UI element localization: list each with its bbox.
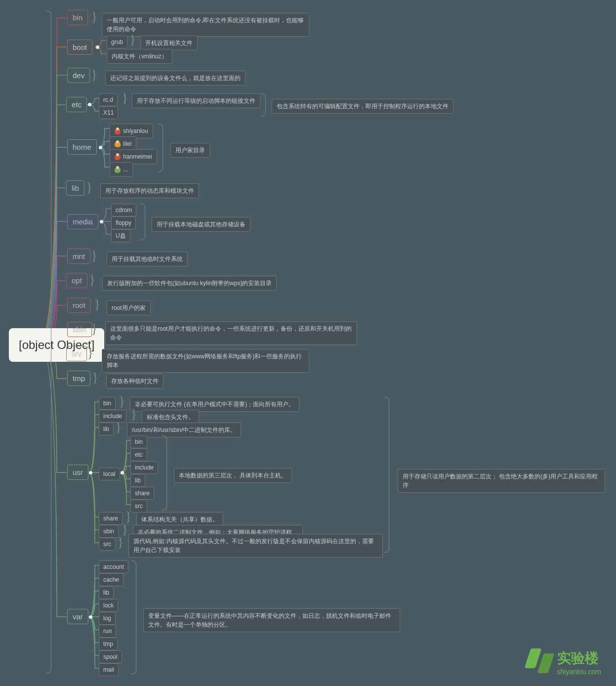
node-usr-local-bin: bin bbox=[130, 435, 147, 448]
node-mnt: mnt bbox=[67, 249, 90, 264]
brace-icon: } bbox=[117, 535, 123, 549]
node-var-account: account bbox=[99, 560, 128, 573]
user-icon bbox=[115, 141, 121, 147]
user-icon bbox=[115, 167, 121, 173]
expand-dot bbox=[89, 471, 92, 474]
brace-icon bbox=[384, 397, 389, 553]
brace-icon: } bbox=[91, 68, 97, 82]
user-name: lilei bbox=[123, 140, 131, 147]
brace-icon: } bbox=[87, 346, 93, 360]
expand-dot bbox=[96, 45, 99, 49]
node-usr-share: share bbox=[99, 512, 123, 525]
node-etc-rcd: rc.d bbox=[99, 93, 118, 106]
node-usr-local-share: share bbox=[130, 487, 154, 500]
node-var-lib: lib bbox=[99, 586, 114, 599]
brace-icon: } bbox=[122, 91, 128, 105]
note-root: root用户的家 bbox=[107, 300, 151, 315]
expand-dot bbox=[100, 220, 103, 223]
node-usr-local-lib: lib bbox=[130, 474, 145, 487]
brace-icon: } bbox=[89, 273, 95, 287]
brace-icon bbox=[131, 560, 136, 674]
node-var-log: log bbox=[99, 612, 116, 625]
node-var-cache: cache bbox=[99, 573, 123, 586]
node-var-tmp: tmp bbox=[99, 638, 118, 650]
note-usr: 用于存储只读用户数据的第二层次； 包含绝大多数的(多)用户工具和应用程序 bbox=[398, 469, 605, 493]
user-icon bbox=[115, 154, 121, 160]
note-home: 用户家目录 bbox=[170, 143, 210, 158]
node-usr-lib: lib bbox=[99, 423, 114, 435]
brace-icon: } bbox=[115, 420, 122, 434]
node-usr-sbin: sbin bbox=[99, 525, 119, 538]
node-var-lock: lock bbox=[99, 599, 118, 612]
node-lib: lib bbox=[66, 180, 84, 196]
expand-dot bbox=[89, 615, 92, 619]
note-lib: 用于存放程序的动态库和模块文件 bbox=[100, 183, 199, 198]
node-boot-grub: grub bbox=[107, 36, 127, 48]
expand-dot bbox=[121, 471, 124, 474]
note-tmp: 存放各种临时文件 bbox=[106, 374, 164, 388]
brace-icon: } bbox=[130, 407, 137, 421]
node-dev: dev bbox=[67, 68, 90, 83]
brace-icon bbox=[162, 435, 167, 511]
node-media-udisk: U盘 bbox=[111, 229, 130, 242]
note-etc: 包含系统特有的可编辑配置文件，即用于控制程序运行的本地文件 bbox=[272, 99, 453, 114]
node-usr-local-include: include bbox=[130, 461, 158, 474]
node-root: root bbox=[67, 298, 91, 313]
brace-icon: } bbox=[91, 10, 97, 24]
node-var-spool: spool bbox=[99, 650, 122, 663]
brace-icon: } bbox=[92, 371, 98, 385]
user-name: shiyanlou bbox=[123, 128, 148, 134]
node-usr-local-src: src bbox=[130, 500, 147, 513]
user-name: hanmeimei bbox=[123, 153, 152, 160]
note-media: 用于挂载本地磁盘或其他存储设备 bbox=[152, 217, 250, 232]
node-bin: bin bbox=[67, 10, 88, 25]
node-usr-local: local bbox=[99, 468, 120, 480]
node-etc-x11: X11 bbox=[99, 106, 118, 119]
root-brace bbox=[46, 11, 51, 673]
brace-icon bbox=[140, 204, 145, 240]
node-tmp: tmp bbox=[67, 371, 90, 386]
note-mnt: 用于挂载其他临时文件系统 bbox=[107, 252, 188, 266]
brace-icon: } bbox=[91, 322, 97, 336]
user-icon bbox=[115, 129, 121, 134]
brace-icon bbox=[158, 124, 163, 172]
expand-dot bbox=[88, 103, 91, 106]
node-sbin: sbin bbox=[67, 322, 92, 337]
note-srv: 存放服务进程所需的数据文件(如www网络服务和ftp服务)和一些服务的执行脚本 bbox=[102, 349, 309, 373]
brace-icon bbox=[261, 93, 266, 116]
expand-dot bbox=[99, 146, 102, 149]
logo-icon bbox=[528, 648, 551, 676]
user-name: ... bbox=[123, 166, 128, 173]
watermark-sub: shiyanlou.com bbox=[557, 668, 602, 676]
node-media: media bbox=[67, 214, 98, 229]
note-usr-local: 本地数据的第三层次， 具体到本台主机。 bbox=[174, 468, 292, 483]
node-usr-src: src bbox=[99, 538, 116, 551]
node-usr-local-etc: etc bbox=[130, 448, 147, 461]
node-boot: boot bbox=[67, 40, 92, 55]
note-etc-rcd: 用于存放不同运行等级的启动脚本的链接文件 bbox=[132, 93, 260, 108]
node-home-u4: ... bbox=[110, 162, 133, 177]
node-opt: opt bbox=[66, 273, 87, 288]
brace-icon: } bbox=[129, 33, 136, 46]
note-sbin: 这里面很多只能是root用户才能执行的命令，一些系统进行更新，备份，还原和开关机… bbox=[105, 321, 357, 345]
node-home: home bbox=[67, 139, 97, 155]
note-var: 变量文件——在正常运行的系统中其内容不断变化的文件，如日志，脱机文件和临时电子邮… bbox=[143, 608, 400, 632]
node-var-run: run bbox=[99, 625, 116, 638]
brace-icon: } bbox=[94, 298, 100, 311]
node-srv: srv bbox=[66, 346, 87, 361]
note-dev: 还记得之前提到的设备文件么，就是放在这里面的 bbox=[105, 71, 246, 86]
node-var-mail: mail bbox=[99, 663, 119, 676]
node-media-floppy: floppy bbox=[111, 216, 136, 229]
watermark: 实验楼 shiyanlou.com bbox=[528, 648, 602, 676]
node-usr: usr bbox=[67, 465, 88, 480]
node-etc: etc bbox=[66, 97, 87, 112]
watermark-title: 实验楼 bbox=[557, 649, 602, 668]
node-usr-bin: bin bbox=[99, 397, 116, 410]
node-usr-include: include bbox=[99, 410, 126, 423]
brace-icon: } bbox=[86, 180, 92, 194]
note-usr-src: 源代码,例如:内核源代码及其头文件。不过一般的发行版是不会保留内核源码在这里的，… bbox=[128, 534, 383, 557]
note-boot-grub: 开机设置相关文件 bbox=[140, 36, 198, 50]
brace-icon: } bbox=[91, 249, 97, 262]
node-var: var bbox=[67, 609, 88, 624]
brace-icon: } bbox=[119, 394, 125, 408]
